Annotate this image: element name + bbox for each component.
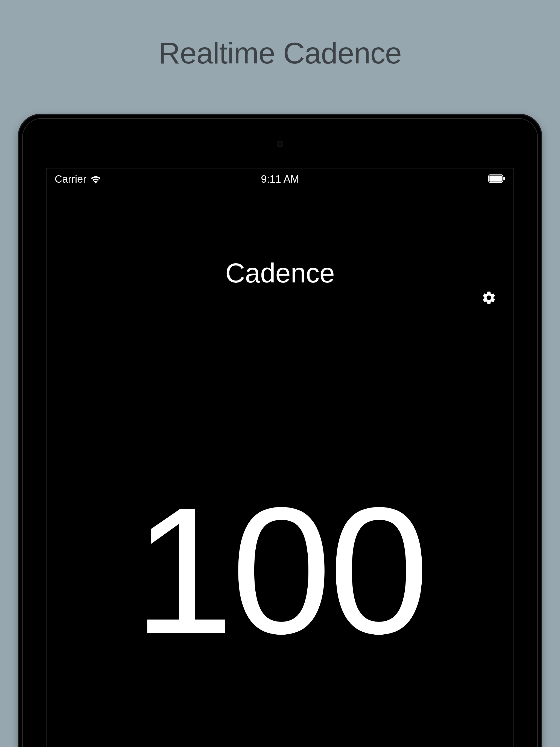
wifi-icon xyxy=(90,175,101,184)
tablet-bezel: Carrier 9:11 AM xyxy=(22,118,538,747)
svg-rect-2 xyxy=(503,177,505,180)
status-right xyxy=(488,173,505,185)
tablet-frame: Carrier 9:11 AM xyxy=(19,115,541,747)
cadence-label: Cadence xyxy=(47,257,513,289)
status-left: Carrier xyxy=(55,173,101,185)
carrier-label: Carrier xyxy=(55,173,86,185)
screen: Carrier 9:11 AM xyxy=(46,168,514,747)
battery-icon xyxy=(488,175,505,183)
status-bar: Carrier 9:11 AM xyxy=(47,169,513,189)
settings-button[interactable] xyxy=(481,290,497,307)
app-content: Cadence 100 xyxy=(47,257,513,747)
svg-rect-1 xyxy=(489,176,502,182)
cadence-value: 100 xyxy=(47,494,513,647)
status-time: 9:11 AM xyxy=(261,173,299,185)
gear-icon xyxy=(481,290,497,307)
page-title: Realtime Cadence xyxy=(0,0,560,70)
camera-dot xyxy=(277,140,283,147)
